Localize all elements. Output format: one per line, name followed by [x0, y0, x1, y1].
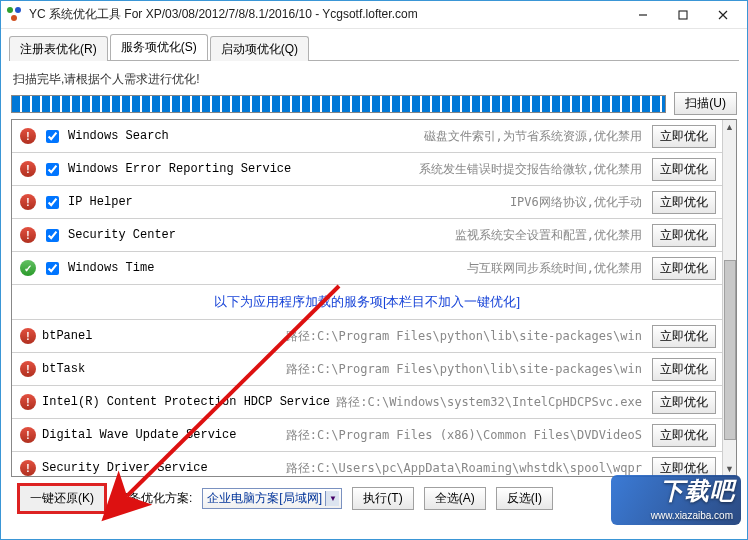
- service-name: btTask: [42, 362, 252, 376]
- service-row: ! IP Helper IPV6网络协议,优化手动 立即优化: [12, 186, 722, 219]
- service-name: btPanel: [42, 329, 252, 343]
- service-note: 路径:C:\Program Files (x86)\Common Files\D…: [258, 427, 646, 444]
- status-warn-icon: !: [20, 427, 36, 443]
- service-note: 路径:C:\Program Files\python\lib\site-pack…: [258, 328, 646, 345]
- vertical-scrollbar[interactable]: ▲ ▼: [722, 120, 736, 476]
- status-warn-icon: !: [20, 328, 36, 344]
- optimize-button[interactable]: 立即优化: [652, 457, 716, 478]
- status-warn-icon: !: [20, 161, 36, 177]
- minimize-button[interactable]: [623, 4, 663, 26]
- optimize-button[interactable]: 立即优化: [652, 191, 716, 214]
- dropdown-icon: ▼: [325, 491, 339, 506]
- window-title: YC 系统优化工具 For XP/03/08/2012/7/8/8.1/2016…: [29, 6, 623, 23]
- service-name: Windows Search: [68, 129, 278, 143]
- status-warn-icon: !: [20, 227, 36, 243]
- invert-select-button[interactable]: 反选(I): [496, 487, 553, 510]
- one-key-restore-button[interactable]: 一键还原(K): [17, 483, 107, 514]
- watermark-brand: 下载吧: [660, 475, 735, 507]
- service-checkbox[interactable]: [46, 229, 59, 242]
- tab-bar: 注册表优化(R) 服务项优化(S) 启动项优化(Q): [9, 35, 739, 61]
- scan-status-text: 扫描完毕,请根据个人需求进行优化!: [13, 71, 737, 88]
- select-all-button[interactable]: 全选(A): [424, 487, 486, 510]
- optimize-button[interactable]: 立即优化: [652, 391, 716, 414]
- status-warn-icon: !: [20, 361, 36, 377]
- service-note: 路径:C:\Program Files\python\lib\site-pack…: [258, 361, 646, 378]
- tab-services[interactable]: 服务项优化(S): [110, 34, 208, 60]
- service-note: 路径:C:\Windows\system32\IntelCpHDCPSvc.ex…: [336, 394, 646, 411]
- service-row: ! Security Center 监视系统安全设置和配置,优化禁用 立即优化: [12, 219, 722, 252]
- scan-progress-bar: [11, 95, 666, 113]
- close-button[interactable]: [703, 4, 743, 26]
- optimize-button[interactable]: 立即优化: [652, 224, 716, 247]
- service-name: IP Helper: [68, 195, 278, 209]
- plan-select[interactable]: 企业电脑方案[局域网] ▼: [202, 488, 342, 509]
- status-warn-icon: !: [20, 460, 36, 476]
- status-warn-icon: !: [20, 394, 36, 410]
- service-note: IPV6网络协议,优化手动: [284, 194, 646, 211]
- watermark-url: www.xiazaiba.com: [651, 510, 733, 521]
- service-row: ! btTask 路径:C:\Program Files\python\lib\…: [12, 353, 722, 386]
- service-note: 路径:C:\Users\pc\AppData\Roaming\whstdk\sp…: [258, 460, 646, 477]
- service-checkbox[interactable]: [46, 262, 59, 275]
- scroll-up-button[interactable]: ▲: [723, 120, 736, 134]
- service-note: 与互联网同步系统时间,优化禁用: [284, 260, 646, 277]
- service-name: Intel(R) Content Protection HDCP Service: [42, 395, 330, 409]
- app-icon: [7, 7, 23, 23]
- optimize-button[interactable]: 立即优化: [652, 358, 716, 381]
- service-row: ! Windows Search 磁盘文件索引,为节省系统资源,优化禁用 立即优…: [12, 120, 722, 153]
- optimize-button[interactable]: 立即优化: [652, 424, 716, 447]
- status-warn-icon: !: [20, 128, 36, 144]
- content-area: 扫描完毕,请根据个人需求进行优化! 扫描(U) ! Windows Search…: [1, 61, 747, 522]
- optimize-button[interactable]: 立即优化: [652, 125, 716, 148]
- service-name: Windows Error Reporting Service: [68, 162, 291, 176]
- service-row: ! Security Driver Service 路径:C:\Users\pc…: [12, 452, 722, 477]
- status-ok-icon: ✓: [20, 260, 36, 276]
- service-note: 系统发生错误时提交报告给微软,优化禁用: [297, 161, 646, 178]
- service-row: ✓ Windows Time 与互联网同步系统时间,优化禁用 立即优化: [12, 252, 722, 285]
- tab-registry[interactable]: 注册表优化(R): [9, 36, 108, 61]
- service-name: Digital Wave Update Service: [42, 428, 252, 442]
- service-name: Security Driver Service: [42, 461, 252, 475]
- optimize-button[interactable]: 立即优化: [652, 325, 716, 348]
- service-note: 磁盘文件索引,为节省系统资源,优化禁用: [284, 128, 646, 145]
- service-note: 监视系统安全设置和配置,优化禁用: [284, 227, 646, 244]
- service-checkbox[interactable]: [46, 196, 59, 209]
- svg-rect-0: [679, 11, 687, 19]
- service-name: Security Center: [68, 228, 278, 242]
- maximize-button[interactable]: [663, 4, 703, 26]
- scan-row: 扫描(U): [11, 92, 737, 115]
- scan-button[interactable]: 扫描(U): [674, 92, 737, 115]
- section-title: 以下为应用程序加载的服务项[本栏目不加入一键优化]: [12, 285, 722, 320]
- service-row: ! btPanel 路径:C:\Program Files\python\lib…: [12, 320, 722, 353]
- tab-startup[interactable]: 启动项优化(Q): [210, 36, 309, 61]
- service-name: Windows Time: [68, 261, 278, 275]
- service-list: ! Windows Search 磁盘文件索引,为节省系统资源,优化禁用 立即优…: [11, 119, 737, 477]
- service-row: ! Intel(R) Content Protection HDCP Servi…: [12, 386, 722, 419]
- scroll-thumb[interactable]: [724, 260, 736, 440]
- service-checkbox[interactable]: [46, 163, 59, 176]
- service-checkbox[interactable]: [46, 130, 59, 143]
- title-bar: YC 系统优化工具 For XP/03/08/2012/7/8/8.1/2016…: [1, 1, 747, 29]
- optimize-button[interactable]: 立即优化: [652, 257, 716, 280]
- plan-value: 企业电脑方案[局域网]: [207, 491, 322, 505]
- scroll-down-button[interactable]: ▼: [723, 462, 736, 476]
- optimize-button[interactable]: 立即优化: [652, 158, 716, 181]
- service-row: ! Digital Wave Update Service 路径:C:\Prog…: [12, 419, 722, 452]
- service-row: ! Windows Error Reporting Service 系统发生错误…: [12, 153, 722, 186]
- status-warn-icon: !: [20, 194, 36, 210]
- plan-label: 服务优化方案:: [117, 490, 192, 507]
- execute-button[interactable]: 执行(T): [352, 487, 413, 510]
